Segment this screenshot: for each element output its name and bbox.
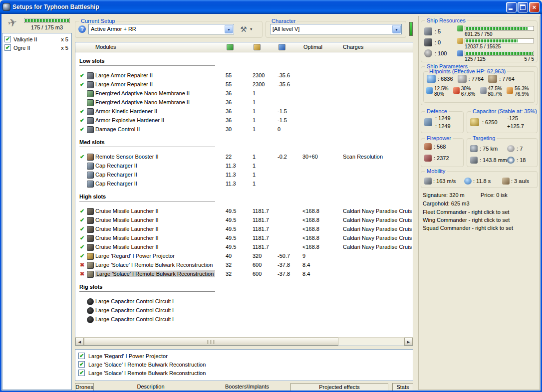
minimize-button[interactable] — [506, 2, 517, 12]
module-cpu-value: 36 — [226, 117, 232, 123]
rig-icon — [87, 307, 94, 314]
module-powergrid-value: 1 — [253, 172, 256, 178]
status-empty — [79, 316, 85, 323]
module-row[interactable]: Cap Recharger II11.31 — [75, 180, 413, 189]
main-area: Current Setup ? Active Armor + RR ▼ ⚒ ▼ … — [74, 15, 416, 391]
module-cpu-value: 11.3 — [226, 172, 236, 178]
module-row[interactable]: Large Capacitor Control Circuit I — [75, 306, 413, 315]
module-powergrid-value: 1181.7 — [253, 235, 269, 241]
module-row[interactable]: Cap Recharger II11.31 — [75, 171, 413, 180]
module-row[interactable]: ✔Damage Control II3010 — [75, 125, 413, 134]
status-empty — [79, 307, 85, 314]
module-row[interactable]: ✔Large Armor Repairer II552300-35.6 — [75, 71, 413, 80]
drone-bay-icon: ✈ — [2, 14, 22, 31]
module-cpu-value: 22 — [226, 154, 232, 160]
title-bar[interactable]: Setups for Typhoon Battleship × — [0, 0, 542, 14]
module-row[interactable]: ✖Large 'Solace' I Remote Bulwark Reconst… — [75, 270, 413, 279]
module-powergrid-value: 600 — [253, 271, 262, 277]
maximize-button[interactable] — [518, 2, 528, 12]
setup-tools-button[interactable]: ⚒ ▼ — [235, 24, 258, 34]
module-powergrid-value: 1 — [253, 154, 256, 160]
module-row[interactable]: ✔Cruise Missile Launcher II49.51181.7<16… — [75, 234, 413, 243]
tab-stats[interactable]: Stats — [392, 383, 413, 391]
modules-table: Modules Optimal Charges Low slots✔Large … — [75, 42, 413, 346]
character-select[interactable]: [All level V] ▼ — [270, 24, 402, 34]
projected-effect-checkbox[interactable]: ✔ — [78, 370, 85, 376]
tab-drones[interactable]: Drones — [75, 383, 94, 391]
ship-stats-panel: Ship Resources : 5 : 0 : 100 691.25 / 75… — [418, 16, 540, 390]
module-row[interactable]: ✔Large 'Regard' I Power Projector40320-5… — [75, 252, 413, 261]
module-row[interactable]: ✔Cruise Missile Launcher II49.51181.7<16… — [75, 207, 413, 216]
drone-checkbox[interactable]: ✔ — [4, 36, 11, 42]
scrollbar-thumb[interactable] — [84, 338, 338, 346]
targeting-label: Targeting — [471, 135, 497, 141]
module-row[interactable]: ✔Large Armor Repairer II552300-35.6 — [75, 80, 413, 89]
modules-column-header: Modules — [95, 44, 116, 50]
module-cpu-value: 49.5 — [226, 235, 236, 241]
kinetic-shield-resist-value: 47.5% — [488, 86, 502, 91]
projected-effect-checkbox[interactable]: ✔ — [78, 353, 85, 359]
projected-effect-item[interactable]: ✔Large 'Regard' I Power Projector — [78, 352, 410, 360]
scroll-left-button[interactable]: ◀ — [75, 338, 84, 346]
cpu-bar — [465, 26, 534, 31]
wing-commander-text[interactable]: Wing Commander - right click to set — [423, 217, 510, 223]
module-row[interactable]: Large Capacitor Control Circuit I — [75, 315, 413, 324]
module-list[interactable]: Low slots✔Large Armor Repairer II552300-… — [75, 53, 413, 337]
mobility-label: Mobility — [425, 168, 447, 174]
module-cpu-value: 36 — [226, 108, 232, 114]
drone-list-item[interactable]: ✔Ogre IIx 5 — [2, 43, 71, 52]
fitted-ok-icon: ✔ — [79, 253, 85, 259]
squad-commander-text[interactable]: Squad Commander - right click to set — [423, 225, 513, 231]
module-row[interactable]: ✔Armor Kinetic Hardener II361-1.5 — [75, 107, 413, 116]
tab-boosters-implants[interactable]: Boosters\Implants — [224, 383, 271, 391]
projected-effect-checkbox[interactable]: ✔ — [78, 361, 85, 368]
mobility-group: Mobility : 163 m/s : 11.8 s : 3 au/s — [421, 171, 538, 188]
module-row[interactable]: Cap Recharger II11.31 — [75, 162, 413, 171]
module-row[interactable]: Large Capacitor Control Circuit I — [75, 297, 413, 306]
drone-list-item[interactable]: ✔Valkyrie IIx 5 — [2, 35, 71, 43]
module-row[interactable]: ✔Cruise Missile Launcher II49.51181.7<16… — [75, 243, 413, 252]
missile-launcher-icon — [87, 208, 94, 215]
drone-list[interactable]: ✔Valkyrie IIx 5✔Ogre IIx 5 — [2, 33, 72, 390]
horizontal-scrollbar[interactable]: ◀ ▶ — [75, 337, 413, 346]
armor-hp-value: : 7764 — [469, 76, 484, 82]
tab-projected-effects[interactable]: Projected effects — [290, 383, 388, 391]
module-row[interactable]: ✖Large 'Solace' I Remote Bulwark Reconst… — [75, 261, 413, 270]
setup-select[interactable]: Active Armor + RR ▼ — [88, 24, 234, 34]
module-row[interactable]: Energized Adaptive Nano Membrane II361 — [75, 98, 413, 107]
help-icon[interactable]: ? — [78, 25, 86, 33]
em-damage-icon — [426, 87, 433, 94]
hull-hp-value: : 7764 — [499, 76, 515, 82]
module-row[interactable]: ✔Cruise Missile Launcher II49.51181.7<16… — [75, 225, 413, 234]
close-button[interactable]: × — [529, 2, 540, 12]
setup-dropdown-arrow-icon[interactable]: ▼ — [225, 25, 233, 33]
projected-effect-item[interactable]: ✔Large 'Solace' I Remote Bulwark Reconst… — [78, 369, 410, 377]
projected-effects-panel[interactable]: ✔Large 'Regard' I Power Projector✔Large … — [75, 349, 413, 381]
thermal-shield-resist-value: 30% — [461, 86, 475, 91]
firepower-group: Firepower : 568 : 2372 — [421, 138, 464, 167]
module-powergrid-value: 2300 — [253, 72, 265, 78]
tab-description[interactable]: Description — [133, 383, 169, 391]
module-row[interactable]: Energized Adaptive Nano Membrane II361 — [75, 89, 413, 98]
module-row[interactable]: ✔Cruise Missile Launcher II49.51181.7<16… — [75, 216, 413, 225]
volley-value: : 568 — [434, 144, 446, 150]
defence-top-value: : 1249 — [435, 114, 451, 122]
scroll-right-button[interactable]: ▶ — [404, 338, 413, 346]
projected-effect-item[interactable]: ✔Large 'Solace' I Remote Bulwark Reconst… — [78, 360, 410, 369]
module-name: Large Capacitor Control Circuit I — [95, 307, 174, 313]
cap-recharger-icon — [87, 181, 94, 188]
fitted-ok-icon: ✔ — [79, 235, 85, 241]
window-title: Setups for Typhoon Battleship — [12, 3, 506, 10]
slot-section-title: Med slots — [79, 139, 215, 147]
character-dropdown-arrow-icon[interactable]: ▼ — [392, 25, 401, 33]
module-row[interactable]: ✔Armor Explosive Hardener II361-1.5 — [75, 116, 413, 125]
fitted-ok-icon: ✔ — [79, 208, 85, 214]
module-capacitor-value: -37.8 — [277, 271, 290, 277]
missile-launcher-icon — [87, 226, 94, 233]
rig-icon — [87, 316, 94, 323]
missile-launcher-icon — [87, 217, 94, 224]
drone-checkbox[interactable]: ✔ — [4, 44, 11, 51]
fleet-commander-text[interactable]: Fleet Commander - right click to set — [423, 209, 510, 215]
module-powergrid-value: 1181.7 — [253, 226, 269, 232]
module-row[interactable]: ✔Remote Sensor Booster II221-0.230+60Sca… — [75, 153, 413, 162]
